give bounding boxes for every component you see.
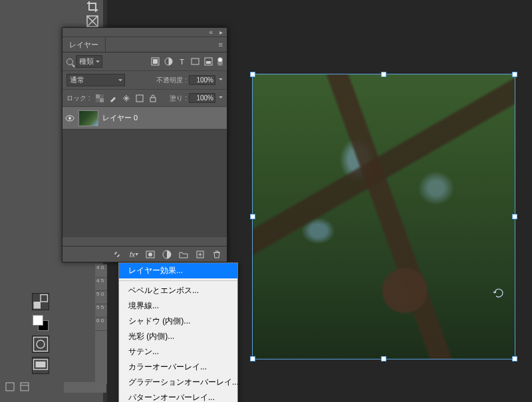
foreground-background-swatch[interactable]: [32, 314, 49, 332]
menu-item-color-overlay[interactable]: カラーオーバーレイ...: [119, 359, 237, 375]
filter-kind-select[interactable]: 種類: [76, 55, 102, 68]
chevron-down-icon[interactable]: [219, 78, 223, 82]
svg-rect-3: [34, 338, 48, 352]
blend-row: 通常 不透明度 : 100%: [63, 71, 227, 90]
menu-item-inner-shadow[interactable]: シャドウ (内側)...: [119, 314, 237, 329]
panel-footer: fx▾: [63, 246, 227, 262]
fx-icon[interactable]: fx▾: [129, 250, 138, 259]
opacity-input[interactable]: 100%: [189, 75, 215, 85]
mini-tools: [32, 289, 59, 378]
svg-rect-19: [136, 95, 143, 102]
transform-handle[interactable]: [250, 356, 255, 361]
close-panel-icon[interactable]: ▸: [219, 29, 223, 36]
filter-toggle-icon[interactable]: [217, 57, 223, 66]
menu-separator: [119, 280, 237, 281]
collapse-icon[interactable]: «: [209, 29, 213, 36]
fill-label: 塗り :: [170, 94, 187, 103]
menu-item-bevel[interactable]: ベベルとエンボス...: [119, 283, 237, 298]
panel-topbar: « ▸: [63, 28, 227, 37]
trash-icon[interactable]: [212, 250, 221, 259]
svg-rect-11: [153, 59, 158, 64]
svg-point-22: [68, 117, 71, 120]
menu-item-satin[interactable]: サテン...: [119, 344, 237, 359]
svg-rect-18: [100, 98, 104, 102]
panel-icon-2[interactable]: [20, 382, 29, 391]
lock-label: ロック :: [66, 94, 90, 103]
canvas-image[interactable]: [252, 74, 515, 359]
layer-thumbnail[interactable]: [78, 110, 98, 126]
lock-position-icon[interactable]: [122, 94, 130, 102]
bottom-toolbar: [0, 379, 64, 394]
svg-point-4: [37, 340, 45, 348]
filter-pixel-icon[interactable]: [151, 57, 160, 66]
adjustment-icon[interactable]: [162, 250, 172, 259]
lock-transparency-icon[interactable]: [96, 94, 104, 102]
svg-rect-17: [96, 94, 100, 98]
transform-handle[interactable]: [250, 214, 255, 219]
horizontal-ruler: [64, 382, 106, 393]
svg-rect-6: [36, 361, 46, 367]
fill-input[interactable]: 100%: [189, 93, 215, 103]
visibility-eye-icon[interactable]: [65, 114, 74, 123]
svg-rect-2: [41, 295, 48, 302]
svg-rect-7: [6, 383, 14, 391]
layers-list: レイヤー 0: [63, 107, 227, 237]
quickmask-icon[interactable]: [32, 336, 49, 353]
filter-type-icon[interactable]: T: [178, 57, 186, 66]
panel-tabs: レイヤー ≡: [63, 37, 227, 52]
chevron-down-icon[interactable]: [219, 96, 223, 100]
transform-handle[interactable]: [381, 72, 386, 77]
menu-item-layer-effects[interactable]: レイヤー効果...: [119, 263, 237, 278]
filter-smart-icon[interactable]: [204, 57, 213, 66]
panel-icon[interactable]: [5, 382, 15, 391]
screenmode-icon[interactable]: [32, 357, 49, 374]
menu-item-inner-glow[interactable]: 光彩 (内側)...: [119, 329, 237, 344]
layers-panel: « ▸ レイヤー ≡ 種類 T 通常 不透明度 : 100% ロック :: [62, 27, 227, 262]
rotate-indicator-icon: [493, 287, 505, 300]
transform-outline: [252, 74, 515, 359]
layer-filter-search[interactable]: 種類: [66, 55, 102, 68]
fx-context-menu: レイヤー効果... ベベルとエンボス... 境界線... シャドウ (内側)..…: [118, 262, 238, 402]
svg-rect-8: [21, 383, 29, 391]
svg-rect-13: [192, 58, 199, 64]
menu-item-gradient-overlay[interactable]: グラデーションオーバーレイ...: [119, 375, 237, 390]
transform-handle[interactable]: [381, 356, 386, 361]
frame-tool-icon[interactable]: [86, 15, 98, 27]
new-layer-icon[interactable]: [196, 250, 205, 259]
transform-handle[interactable]: [512, 356, 517, 361]
menu-item-stroke[interactable]: 境界線...: [119, 298, 237, 314]
transform-handle[interactable]: [512, 72, 517, 77]
mask-icon[interactable]: [146, 250, 155, 259]
tab-layers[interactable]: レイヤー: [63, 37, 106, 52]
filter-row: 種類 T: [63, 52, 227, 71]
link-layers-icon[interactable]: [112, 250, 122, 259]
svg-rect-1: [34, 302, 41, 309]
menu-item-pattern-overlay[interactable]: パターンオーバーレイ...: [119, 390, 237, 402]
lock-paint-icon[interactable]: [109, 94, 117, 102]
layer-row[interactable]: レイヤー 0: [63, 107, 227, 130]
transform-handle[interactable]: [250, 72, 255, 77]
lock-all-icon[interactable]: [149, 94, 157, 102]
crop-tool-icon[interactable]: [86, 1, 98, 13]
svg-rect-20: [150, 98, 156, 102]
layer-name-label[interactable]: レイヤー 0: [102, 113, 138, 123]
blend-mode-select[interactable]: 通常: [66, 74, 125, 86]
panel-menu-icon[interactable]: ≡: [219, 41, 223, 49]
lock-row: ロック : 塗り : 100%: [63, 90, 227, 107]
swap-colors-icon[interactable]: [32, 293, 49, 310]
lock-artboard-icon[interactable]: [136, 94, 144, 102]
opacity-label: 不透明度 :: [156, 76, 187, 85]
group-icon[interactable]: [179, 250, 188, 259]
filter-shape-icon[interactable]: [191, 57, 200, 66]
transform-handle[interactable]: [512, 214, 517, 219]
search-icon: [66, 58, 73, 65]
svg-rect-15: [206, 61, 211, 64]
filter-adjust-icon[interactable]: [164, 57, 173, 66]
vertical-ruler: 4 0 4 5 5 0 5 5 6 0: [95, 264, 107, 384]
svg-point-24: [148, 252, 152, 256]
